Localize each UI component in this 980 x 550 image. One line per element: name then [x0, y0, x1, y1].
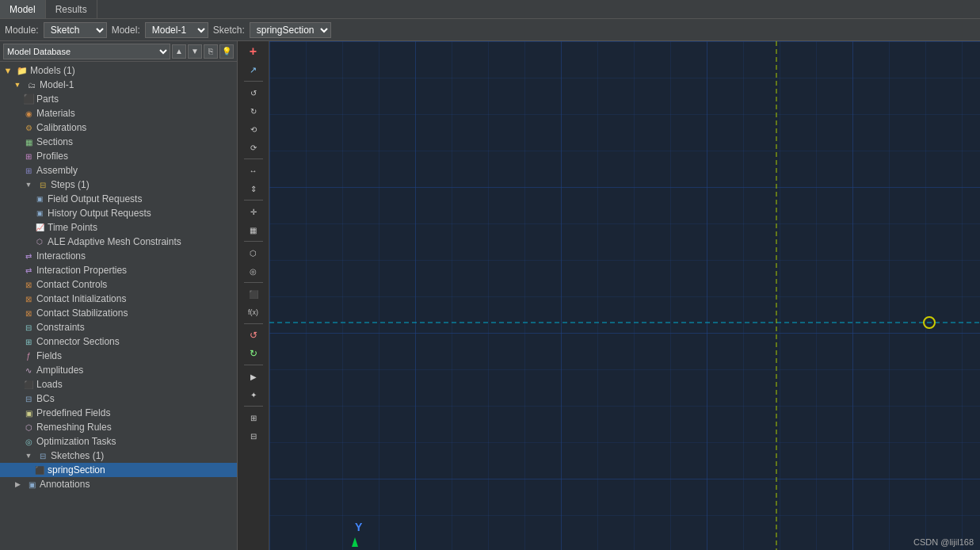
field-output-icon: ▣	[33, 193, 46, 205]
sidebar-btn-light[interactable]: 💡	[219, 44, 234, 59]
svg-text:Y: Y	[355, 521, 363, 533]
toolbar-rect-btn[interactable]: ⬛	[242, 285, 265, 303]
toolbar-redo-btn[interactable]: ↻	[242, 345, 265, 362]
tree-item-optimization[interactable]: ◎ Optimization Tasks	[0, 434, 237, 449]
tree-item-spring-section[interactable]: ⬛ springSection	[0, 463, 237, 477]
tree-label-field-output: Field Output Requests	[48, 193, 237, 204]
toolbar-select-btn[interactable]: ▶	[242, 368, 265, 385]
toolbar-grid-btn[interactable]: ▦	[242, 221, 265, 239]
calibrations-icon: ⚙	[22, 121, 35, 134]
tree-item-interaction-props[interactable]: ⇄ Interaction Properties	[0, 263, 237, 277]
canvas-viewport[interactable]: Y CSDN @lijil168	[269, 41, 980, 550]
folder-icon: ▼	[2, 64, 14, 77]
tree-item-model1[interactable]: ▼ 🗂 Model-1	[0, 78, 237, 92]
tree-item-profiles[interactable]: ⊞ Profiles	[0, 149, 237, 163]
tab-results[interactable]: Results	[46, 0, 97, 18]
tree-item-interactions[interactable]: ⇄ Interactions	[0, 249, 237, 263]
history-output-icon: ▣	[33, 207, 46, 220]
tree-item-connector-sections[interactable]: ⊞ Connector Sections	[0, 334, 237, 349]
tree-item-annotations[interactable]: ▶ ▣ Annotations	[0, 477, 237, 491]
toolbar-undo-btn[interactable]: ↺	[242, 327, 265, 344]
left-toolbar: + ↗ ↺ ↻ ⟲ ⟳ ↔ ⇕ ✛ ▦ ⬡ ◎ ⬛ f(x) ↺ ↻ ▶ ✦	[238, 41, 269, 550]
tree-label-bcs: BCs	[36, 393, 237, 404]
sketch-select[interactable]: springSection	[250, 22, 331, 38]
steps-icon: ⊟	[36, 178, 49, 191]
tree-label-spring-section: springSection	[48, 464, 237, 476]
tree-item-materials[interactable]: ◉ Materials	[0, 106, 237, 120]
tree-item-contact-controls[interactable]: ⊠ Contact Controls	[0, 277, 237, 292]
toolbar-hex-btn[interactable]: ⬡	[242, 244, 265, 262]
tree-label-contact-stab: Contact Stabilizations	[36, 307, 237, 319]
sidebar-db-select[interactable]: Model Database	[3, 44, 170, 59]
contact-stab-icon: ⊠	[22, 307, 35, 319]
sidebar-btn-down[interactable]: ▼	[188, 44, 202, 59]
toolbar-crosshair-btn[interactable]: ✛	[242, 203, 265, 220]
tree-item-fields[interactable]: ƒ Fields	[0, 349, 237, 363]
toolbar-grid2-btn[interactable]: ⊞	[242, 409, 265, 426]
toolbar-redo-rotate-btn[interactable]: ⟳	[242, 139, 265, 156]
tree-label-time-points: Time Points	[48, 222, 237, 233]
tree-label-materials: Materials	[36, 108, 237, 119]
tree-item-sketches[interactable]: ▼ ⊟ Sketches (1)	[0, 449, 237, 463]
constraints-icon: ⊟	[22, 321, 35, 334]
sidebar-btn-up[interactable]: ▲	[172, 44, 186, 59]
module-label: Module:	[5, 25, 39, 36]
tree-label-interactions: Interactions	[36, 250, 237, 262]
tree-item-loads[interactable]: ⬛ Loads	[0, 377, 237, 391]
tree-item-assembly[interactable]: ⊞ Assembly	[0, 163, 237, 178]
tree-label-profiles: Profiles	[36, 151, 237, 162]
watermark: CSDN @lijil168	[913, 537, 974, 547]
tree-item-sections[interactable]: ▦ Sections	[0, 135, 237, 149]
toolbar-circle-btn[interactable]: ◎	[242, 262, 265, 280]
tree-label-predefined: Predefined Fields	[36, 407, 237, 418]
ale-icon: ⬡	[33, 235, 46, 248]
tree-item-calibrations[interactable]: ⚙ Calibrations	[0, 120, 237, 135]
tree-item-contact-stab[interactable]: ⊠ Contact Stabilizations	[0, 306, 237, 320]
fields-icon: ƒ	[22, 349, 35, 362]
toolbar-erase-btn[interactable]: ✦	[242, 386, 265, 403]
tree-label-steps: Steps (1)	[51, 179, 237, 190]
predefined-icon: ▣	[22, 407, 35, 419]
tree-label-contact-init: Contact Initializations	[36, 293, 237, 304]
svg-rect-2	[269, 41, 980, 550]
tree-label-fields: Fields	[36, 350, 237, 361]
tree-item-amplitudes[interactable]: ∿ Amplitudes	[0, 363, 237, 377]
toolbar-flip-v-btn[interactable]: ⇕	[242, 180, 265, 197]
model-select[interactable]: Model-1	[145, 22, 208, 38]
sketches-icon: ⊟	[36, 449, 49, 462]
tree-label-contact-controls: Contact Controls	[36, 279, 237, 290]
interactions-icon: ⇄	[22, 250, 35, 262]
model-label: Model:	[112, 25, 140, 36]
module-select[interactable]: Sketch	[44, 22, 107, 38]
tree-item-history-output[interactable]: ▣ History Output Requests	[0, 206, 237, 220]
top-tab-bar: Model Results	[0, 0, 980, 19]
tree-item-remeshing[interactable]: ⬡ Remeshing Rules	[0, 420, 237, 434]
tree-item-parts[interactable]: ⬛ Parts	[0, 92, 237, 106]
tree-item-contact-init[interactable]: ⊠ Contact Initializations	[0, 292, 237, 306]
toolbar-rotate-cw-btn[interactable]: ↺	[242, 84, 265, 101]
tree-label-calibrations: Calibrations	[36, 122, 237, 133]
tree-label-parts: Parts	[36, 94, 237, 105]
sidebar-btn-copy[interactable]: ⎘	[204, 44, 218, 59]
sidebar-toolbar: Model Database ▲ ▼ ⎘ 💡	[0, 41, 237, 62]
toolbar-rotate-ccw-btn[interactable]: ↻	[242, 102, 265, 120]
toolbar-undo-rotate-btn[interactable]: ⟲	[242, 120, 265, 138]
tree-item-field-output[interactable]: ▣ Field Output Requests	[0, 192, 237, 206]
tree-item-constraints[interactable]: ⊟ Constraints	[0, 320, 237, 334]
tree-item-ale[interactable]: ⬡ ALE Adaptive Mesh Constraints	[0, 235, 237, 249]
tab-model[interactable]: Model	[0, 0, 46, 18]
tree-label-optimization: Optimization Tasks	[36, 436, 237, 447]
toolbar-grid3-btn[interactable]: ⊟	[242, 427, 265, 445]
tree-item-steps[interactable]: ▼ ⊟ Steps (1)	[0, 178, 237, 192]
tree-item-time-points[interactable]: 📈 Time Points	[0, 220, 237, 235]
toolbar-flip-h-btn[interactable]: ↔	[242, 162, 265, 179]
canvas-with-toolbar: + ↗ ↺ ↻ ⟲ ⟳ ↔ ⇕ ✛ ▦ ⬡ ◎ ⬛ f(x) ↺ ↻ ▶ ✦	[238, 41, 980, 550]
tree-item-models[interactable]: ▼ 📁 Models (1)	[0, 63, 237, 78]
toolbar-add-btn[interactable]: +	[242, 43, 265, 60]
tree-label-models: Models (1)	[30, 65, 237, 76]
toolbar-arrow-btn[interactable]: ↗	[242, 61, 265, 78]
tree-item-bcs[interactable]: ⊟ BCs	[0, 391, 237, 406]
toolbar-function-btn[interactable]: f(x)	[242, 304, 265, 321]
bcs-icon: ⊟	[22, 392, 35, 405]
tree-item-predefined[interactable]: ▣ Predefined Fields	[0, 406, 237, 420]
